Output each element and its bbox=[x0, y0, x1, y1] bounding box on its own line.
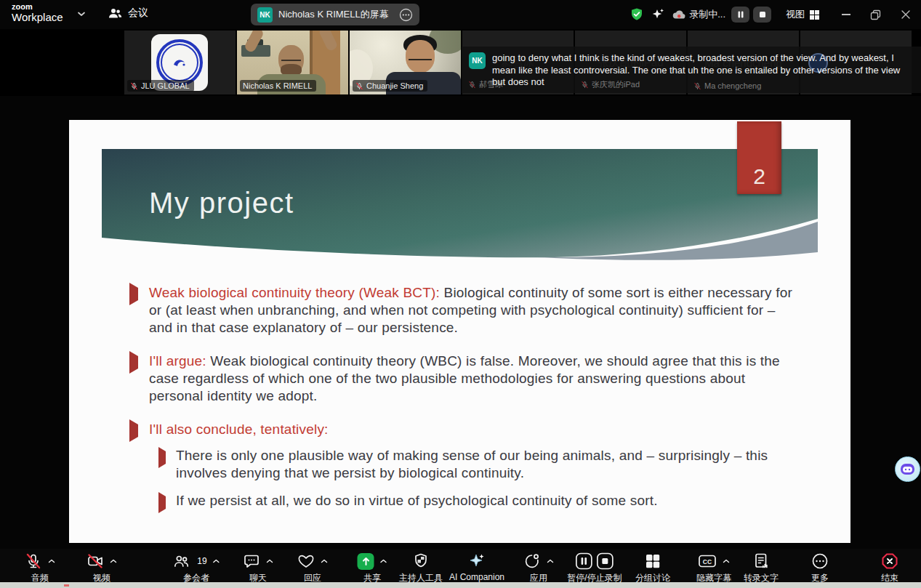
participant-name-label: 郝雪冰 bbox=[465, 78, 507, 92]
apps-button[interactable]: 应用 bbox=[523, 552, 554, 584]
taskbar-peek-mark bbox=[64, 584, 69, 587]
view-grid-icon[interactable] bbox=[809, 9, 820, 20]
top-bar-right-cluster: 录制中... 视图 bbox=[630, 0, 914, 29]
bullet-arrow-icon bbox=[158, 492, 176, 510]
transcript-icon bbox=[752, 552, 770, 570]
ai-companion-button[interactable]: AI Companion bbox=[449, 552, 504, 582]
participants-button[interactable]: 19 参会者 bbox=[172, 552, 220, 584]
bullet-lead: I'll argue: bbox=[149, 353, 206, 368]
chevron-up-icon[interactable] bbox=[266, 559, 273, 563]
video-button[interactable]: 视频 bbox=[87, 552, 117, 584]
robot-face-icon bbox=[900, 463, 915, 475]
heart-icon bbox=[297, 552, 315, 570]
bullet-lead: I'll also conclude, tentatively: bbox=[149, 422, 329, 437]
participant-name: Ma chengcheng bbox=[704, 81, 761, 90]
zoom-workplace-logo: zoom Workplace bbox=[12, 3, 63, 23]
avatar: NK bbox=[257, 7, 273, 23]
reactions-button[interactable]: 回应 bbox=[297, 552, 328, 584]
security-shield-icon[interactable] bbox=[630, 7, 644, 22]
ellipsis-icon[interactable] bbox=[399, 8, 413, 22]
microphone-muted-icon bbox=[25, 552, 42, 570]
pause-recording-icon[interactable] bbox=[576, 552, 593, 570]
meeting-tab-label: 会议 bbox=[128, 7, 148, 20]
window-controls bbox=[842, 9, 911, 20]
chevron-up-icon[interactable] bbox=[723, 559, 730, 563]
participant-name: 张庆凯的iPad bbox=[592, 79, 640, 90]
chat-button[interactable]: 聊天 bbox=[243, 552, 273, 584]
ai-sparkle-icon bbox=[468, 552, 486, 570]
presentation-slide: My project 2 Weak biological continuity … bbox=[69, 120, 850, 543]
ai-sparkle-icon[interactable] bbox=[651, 7, 665, 22]
logo-inner-ring bbox=[161, 44, 198, 81]
bullet-arrow-icon bbox=[129, 421, 149, 438]
participant-name-label: Ma chengcheng bbox=[691, 80, 765, 92]
chevron-up-icon[interactable] bbox=[213, 559, 220, 563]
meeting-toolbar: 音频 视频 19 参会者 聊天 bbox=[0, 549, 921, 582]
stop-recording-button[interactable] bbox=[753, 7, 771, 23]
host-tools-button[interactable]: 主持人工具 bbox=[399, 552, 443, 584]
participant-name: Chuanjie Sheng bbox=[366, 81, 423, 90]
chevron-up-icon[interactable] bbox=[321, 559, 328, 563]
participant-name: 郝雪冰 bbox=[479, 79, 503, 90]
recording-status-text: 录制中... bbox=[689, 8, 725, 21]
participants-icon bbox=[172, 552, 190, 570]
chevron-up-icon[interactable] bbox=[547, 559, 554, 563]
bullet-lead: Weak biological continuity theory (Weak … bbox=[149, 285, 440, 300]
camera-off-icon bbox=[87, 552, 104, 570]
sub-bullet-psych-continuity: If we persist at all, we do so in virtue… bbox=[158, 492, 800, 510]
share-screen-icon bbox=[358, 553, 374, 570]
screen-share-title: Nicholas K RIMELL的屏幕 bbox=[278, 8, 389, 21]
ai-companion-label: AI Companion bbox=[449, 572, 504, 582]
zoom-meeting-window: zoom Workplace 会议 NK Nicholas K RIMELL的屏… bbox=[0, 0, 921, 588]
chevron-up-icon[interactable] bbox=[110, 559, 117, 563]
photo-shape bbox=[281, 56, 301, 61]
chevron-down-icon[interactable] bbox=[77, 11, 86, 17]
slide-sub-bullets: There is only one plausible way of makin… bbox=[158, 447, 800, 510]
end-octagon-icon bbox=[881, 552, 898, 570]
bullet-arrow-icon bbox=[158, 447, 176, 482]
bullet-body: There is only one plausible way of makin… bbox=[176, 447, 800, 482]
slide-title: My project bbox=[149, 187, 294, 220]
slide-page-number: 2 bbox=[737, 121, 781, 194]
restore-icon[interactable] bbox=[870, 9, 881, 20]
stop-recording-icon[interactable] bbox=[597, 552, 614, 570]
chevron-up-icon[interactable] bbox=[48, 559, 55, 563]
participant-tile-jlu-global[interactable]: JLU GLOBAL bbox=[124, 31, 236, 94]
transcript-button[interactable]: 转录文字 bbox=[744, 552, 779, 584]
participant-tile-nicholas[interactable]: Nicholas K RIMELL bbox=[237, 31, 348, 94]
top-bar: zoom Workplace 会议 NK Nicholas K RIMELL的屏… bbox=[0, 0, 921, 29]
chat-bubble-icon bbox=[243, 552, 260, 570]
bullet-weak-bct: Weak biological continuity theory (Weak … bbox=[129, 284, 800, 337]
photo-shape bbox=[409, 53, 432, 60]
breakout-grid-icon bbox=[644, 552, 661, 570]
logo-zoom-text: zoom bbox=[12, 3, 63, 12]
participant-name: JLU GLOBAL bbox=[141, 81, 190, 90]
svg-text:CC: CC bbox=[703, 558, 712, 565]
minimize-icon[interactable] bbox=[842, 14, 850, 15]
breakout-rooms-button[interactable]: 分组讨论 bbox=[635, 552, 670, 584]
shared-screen-area: My project 2 Weak biological continuity … bbox=[0, 96, 921, 549]
bullet-arrow-icon bbox=[129, 353, 149, 405]
participants-count: 19 bbox=[197, 556, 206, 566]
bullet-body: If we persist at all, we do so in virtue… bbox=[176, 492, 658, 510]
view-button-label[interactable]: 视图 bbox=[786, 8, 805, 21]
ai-companion-bubble[interactable] bbox=[895, 456, 920, 482]
chevron-up-icon[interactable] bbox=[380, 559, 387, 563]
pause-recording-button[interactable] bbox=[731, 7, 749, 23]
more-button[interactable]: 更多 bbox=[811, 552, 829, 584]
tab-meeting[interactable]: 会议 bbox=[108, 7, 148, 20]
meeting-people-icon bbox=[108, 7, 122, 20]
end-meeting-button[interactable]: 结束 bbox=[881, 552, 898, 584]
captions-button[interactable]: CC 隐藏字幕 bbox=[696, 552, 731, 584]
screen-share-pill[interactable]: NK Nicholas K RIMELL的屏幕 bbox=[251, 4, 419, 25]
audio-button[interactable]: 音频 bbox=[25, 552, 55, 584]
participant-tile-chuanjie[interactable]: Chuanjie Sheng bbox=[350, 31, 461, 94]
cloud-recording-icon bbox=[672, 9, 686, 20]
more-ellipsis-icon bbox=[811, 552, 829, 570]
bullet-arrow-icon bbox=[129, 284, 149, 337]
caption-speaker-avatar: NK bbox=[469, 52, 486, 69]
share-screen-button[interactable]: 共享 bbox=[358, 552, 387, 584]
participant-name-label: 张庆凯的iPad bbox=[578, 78, 644, 92]
closed-captions-icon: CC bbox=[698, 552, 717, 570]
close-icon[interactable] bbox=[901, 9, 911, 20]
